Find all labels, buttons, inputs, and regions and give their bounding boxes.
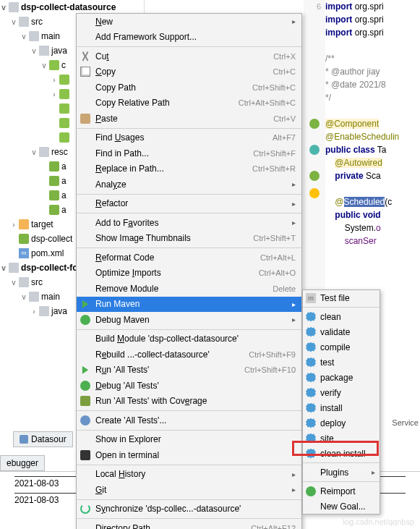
menu-label: Find Usages (95, 132, 273, 143)
tree-label: resc (51, 147, 68, 157)
maven-m-icon: m (306, 293, 316, 303)
menu-item-remove-module[interactable]: Remove ModuleDelete (77, 281, 301, 297)
menu-item-debug-maven[interactable]: Debug Maven▸ (77, 312, 301, 328)
menu-item-copy[interactable]: CopyCtrl+C (77, 64, 301, 80)
gutter-icon[interactable] (309, 171, 320, 181)
gear-icon (306, 418, 316, 428)
maven-goal-test[interactable]: test (303, 355, 380, 370)
sync-icon (80, 504, 90, 514)
menu-shortcut: Ctrl+Shift+F10 (244, 365, 296, 374)
target-icon (19, 219, 29, 229)
tree-label: a (61, 161, 67, 172)
menu-label: Analyze (95, 179, 286, 190)
menu-item-cut[interactable]: CutCtrl+X (77, 48, 301, 64)
menu-item-local-history[interactable]: Local History▸ (77, 467, 301, 483)
goal-label: verify (320, 388, 341, 398)
chevron-icon: › (51, 76, 58, 84)
maven-goal-verify[interactable]: verify (303, 385, 380, 400)
goal-label: clean (320, 312, 341, 322)
menu-item-build-module-dsp-collect-datasource[interactable]: Build Module 'dsp-collect-datasource' (77, 331, 301, 347)
menu-item-run-maven[interactable]: Run Maven▸ (77, 297, 301, 313)
tree-root[interactable]: v dsp-collect-datasource (0, 0, 144, 14)
maven-goal-compile[interactable]: compile (303, 339, 380, 355)
menu-item-run-all-tests[interactable]: Run 'All Tests'Ctrl+Shift+F10 (77, 363, 301, 378)
maven-goal-site[interactable]: site (303, 431, 380, 446)
menu-item-add-framework-support[interactable]: Add Framework Support... (77, 30, 301, 46)
goal-label: compile (320, 342, 350, 352)
menu-item-add-to-favorites[interactable]: Add to Favorites▸ (77, 215, 301, 231)
menu-item-synchronize-dsp-collec-datasource[interactable]: Synchronize 'dsp-collec...-datasource' (77, 502, 301, 517)
gutter-icon[interactable] (309, 145, 320, 155)
tree-label: target (31, 219, 53, 229)
run-icon (80, 299, 90, 309)
menu-label: Rebuild ...-collect-datasource' (95, 350, 249, 360)
menu-item-analyze[interactable]: Analyze▸ (77, 177, 301, 192)
menu-item-create-all-tests[interactable]: Create 'All Tests'... (77, 412, 301, 428)
menu-item-copy-relative-path[interactable]: Copy Relative PathCtrl+Alt+Shift+C (77, 96, 301, 111)
chevron-icon: v (20, 33, 27, 41)
menu-item-git[interactable]: Git▸ (77, 482, 301, 498)
menu-shortcut: Ctrl+Alt+O (259, 268, 296, 277)
menu-item-rebuild-collect-datasource[interactable]: Rebuild ...-collect-datasource'Ctrl+Shif… (77, 347, 301, 363)
menu-item-find-usages[interactable]: Find UsagesAlt+F7 (77, 130, 301, 146)
submenu-test-file[interactable]: m Test file (303, 290, 380, 305)
menu-item-directory-path[interactable]: Directory PathCtrl+Alt+F12 (77, 520, 301, 529)
menu-item-show-in-explorer[interactable]: Show in Explorer (77, 432, 301, 448)
tab-datasource[interactable]: Datasour (13, 431, 73, 447)
java-folder-icon (39, 306, 49, 316)
xml-icon (49, 176, 59, 186)
bulb-icon[interactable] (309, 188, 320, 198)
tab-debugger[interactable]: ebugger (0, 455, 45, 471)
chevron-right-icon: ▸ (292, 219, 296, 227)
tree-label: java (51, 46, 67, 56)
reimport-icon (306, 486, 316, 496)
menu-shortcut: Ctrl+X (273, 52, 296, 61)
menu-item-replace-in-path[interactable]: Replace in Path...Ctrl+Shift+R (77, 161, 301, 177)
folder-icon (19, 277, 29, 287)
tree-label: src (31, 17, 43, 27)
menu-item-new[interactable]: New▸ (77, 14, 301, 30)
menu-item-refactor[interactable]: Refactor▸ (77, 196, 301, 212)
menu-label: Add Framework Support... (95, 32, 296, 42)
menu-label: Refactor (95, 198, 286, 208)
menu-item-debug-all-tests[interactable]: Debug 'All Tests' (77, 378, 301, 394)
tree-label: dsp-collect-datasource (21, 2, 116, 12)
menu-item-show-image-thumbnails[interactable]: Show Image ThumbnailsCtrl+Shift+T (77, 231, 301, 247)
maven-goal-package[interactable]: package (303, 370, 380, 385)
menu-label: Remove Module (95, 284, 273, 294)
menu-item-find-in-path[interactable]: Find in Path...Ctrl+Shift+F (77, 145, 301, 161)
maven-goal-deploy[interactable]: deploy (303, 415, 380, 431)
maven-goal-clean[interactable]: clean (303, 309, 380, 324)
menu-shortcut: Ctrl+Shift+F9 (249, 350, 296, 359)
folder-icon (19, 17, 29, 27)
menu-item-optimize-imports[interactable]: Optimize ImportsCtrl+Alt+O (77, 266, 301, 282)
menu-item-run-all-tests-with-coverage[interactable]: Run 'All Tests' with Coverage (77, 394, 301, 410)
maven-goal-install[interactable]: install (303, 400, 380, 415)
menu-item-copy-path[interactable]: Copy PathCtrl+Shift+C (77, 80, 301, 96)
gutter-icon[interactable] (309, 119, 320, 129)
editor-tab-service[interactable]: Service (392, 418, 419, 427)
menu-label: New (95, 17, 286, 27)
menu-label: Replace in Path... (95, 164, 252, 174)
menu-label: Cut (95, 51, 273, 62)
menu-item-reformat-code[interactable]: Reformat CodeCtrl+Alt+L (77, 250, 301, 266)
xml-icon (49, 205, 59, 215)
menu-item-open-in-terminal[interactable]: Open in terminal (77, 447, 301, 463)
menu-label: Create 'All Tests'... (95, 415, 296, 426)
submenu-plugins[interactable]: Plugins ▸ (303, 465, 380, 480)
chevron-right-icon: ▸ (292, 300, 296, 308)
gear-icon (306, 433, 316, 444)
chevron-icon: v (40, 62, 48, 69)
tool-window-tabs: ebugger (0, 455, 45, 471)
menu-item-paste[interactable]: PasteCtrl+V (77, 111, 301, 127)
goal-label: site (320, 433, 334, 444)
tree-label: c (61, 60, 66, 70)
submenu-reimport[interactable]: Reimport (303, 483, 380, 499)
menu-label: Show Image Thumbnails (95, 233, 253, 243)
chevron-right-icon: ▸ (292, 200, 296, 208)
submenu-new-goal[interactable]: New Goal... (303, 499, 380, 514)
menu-shortcut: Ctrl+Shift+C (252, 83, 296, 92)
maven-goal-validate[interactable]: validate (303, 324, 380, 339)
maven-goal-clean-install[interactable]: clean install (303, 446, 380, 461)
pkg-icon (59, 118, 69, 128)
